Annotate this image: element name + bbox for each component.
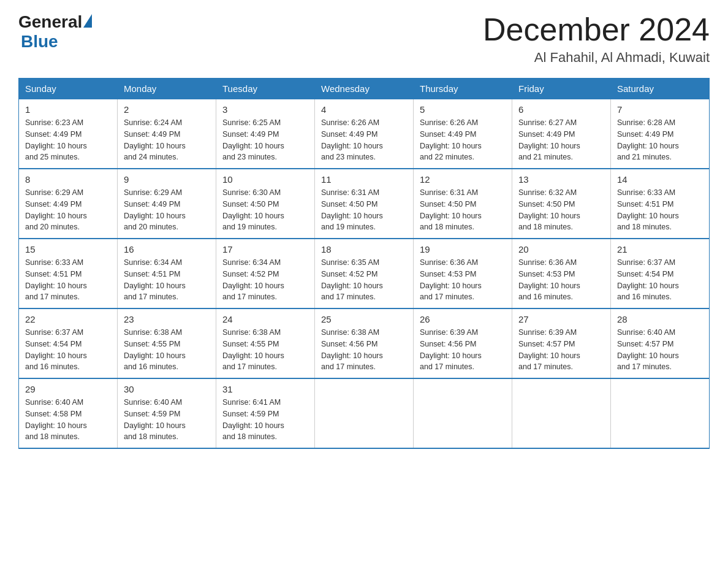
- col-thursday: Thursday: [414, 79, 512, 99]
- calendar-week-row: 22 Sunrise: 6:37 AMSunset: 4:54 PMDaylig…: [19, 308, 710, 378]
- day-number: 30: [124, 384, 210, 394]
- table-row: 28 Sunrise: 6:40 AMSunset: 4:57 PMDaylig…: [611, 308, 710, 378]
- calendar-week-row: 29 Sunrise: 6:40 AMSunset: 4:58 PMDaylig…: [19, 378, 710, 448]
- calendar-table: Sunday Monday Tuesday Wednesday Thursday…: [18, 78, 710, 449]
- logo-general-text: General: [18, 12, 82, 32]
- table-row: 2 Sunrise: 6:24 AMSunset: 4:49 PMDayligh…: [118, 99, 216, 169]
- day-info: Sunrise: 6:36 AMSunset: 4:53 PMDaylight:…: [420, 257, 506, 303]
- col-sunday: Sunday: [19, 79, 118, 99]
- day-info: Sunrise: 6:41 AMSunset: 4:59 PMDaylight:…: [222, 397, 308, 443]
- day-info: Sunrise: 6:33 AMSunset: 4:51 PMDaylight:…: [25, 257, 111, 303]
- day-number: 23: [124, 314, 210, 324]
- day-number: 22: [25, 314, 111, 324]
- table-row: 20 Sunrise: 6:36 AMSunset: 4:53 PMDaylig…: [512, 239, 611, 308]
- table-row: 15 Sunrise: 6:33 AMSunset: 4:51 PMDaylig…: [19, 239, 118, 308]
- logo-triangle-icon: [83, 14, 92, 28]
- day-number: 20: [518, 244, 604, 255]
- table-row: 27 Sunrise: 6:39 AMSunset: 4:57 PMDaylig…: [512, 308, 611, 378]
- table-row: 11 Sunrise: 6:31 AMSunset: 4:50 PMDaylig…: [315, 169, 414, 239]
- table-row: [414, 378, 512, 448]
- logo: General Blue: [18, 12, 92, 52]
- table-row: 22 Sunrise: 6:37 AMSunset: 4:54 PMDaylig…: [19, 308, 118, 378]
- col-tuesday: Tuesday: [216, 79, 315, 99]
- day-info: Sunrise: 6:40 AMSunset: 4:59 PMDaylight:…: [124, 397, 210, 443]
- table-row: 18 Sunrise: 6:35 AMSunset: 4:52 PMDaylig…: [315, 239, 414, 308]
- day-info: Sunrise: 6:32 AMSunset: 4:50 PMDaylight:…: [518, 187, 604, 233]
- day-info: Sunrise: 6:25 AMSunset: 4:49 PMDaylight:…: [222, 117, 308, 163]
- table-row: 13 Sunrise: 6:32 AMSunset: 4:50 PMDaylig…: [512, 169, 611, 239]
- day-info: Sunrise: 6:39 AMSunset: 4:56 PMDaylight:…: [420, 327, 506, 373]
- day-number: 8: [25, 174, 111, 185]
- day-info: Sunrise: 6:28 AMSunset: 4:49 PMDaylight:…: [617, 117, 703, 163]
- day-info: Sunrise: 6:37 AMSunset: 4:54 PMDaylight:…: [617, 257, 703, 303]
- table-row: [512, 378, 611, 448]
- table-row: 25 Sunrise: 6:38 AMSunset: 4:56 PMDaylig…: [315, 308, 414, 378]
- day-number: 26: [420, 314, 506, 324]
- title-block: December 2024 Al Fahahil, Al Ahmadi, Kuw…: [483, 12, 710, 66]
- day-number: 4: [321, 104, 407, 115]
- day-number: 11: [321, 174, 407, 185]
- table-row: 30 Sunrise: 6:40 AMSunset: 4:59 PMDaylig…: [118, 378, 216, 448]
- day-number: 24: [222, 314, 308, 324]
- day-info: Sunrise: 6:34 AMSunset: 4:51 PMDaylight:…: [124, 257, 210, 303]
- table-row: 5 Sunrise: 6:26 AMSunset: 4:49 PMDayligh…: [414, 99, 512, 169]
- day-number: 27: [518, 314, 604, 324]
- day-info: Sunrise: 6:36 AMSunset: 4:53 PMDaylight:…: [518, 257, 604, 303]
- day-number: 28: [617, 314, 703, 324]
- day-info: Sunrise: 6:38 AMSunset: 4:56 PMDaylight:…: [321, 327, 407, 373]
- table-row: 31 Sunrise: 6:41 AMSunset: 4:59 PMDaylig…: [216, 378, 315, 448]
- table-row: 29 Sunrise: 6:40 AMSunset: 4:58 PMDaylig…: [19, 378, 118, 448]
- day-info: Sunrise: 6:29 AMSunset: 4:49 PMDaylight:…: [124, 187, 210, 233]
- col-wednesday: Wednesday: [315, 79, 414, 99]
- calendar-header-row: Sunday Monday Tuesday Wednesday Thursday…: [19, 79, 710, 99]
- day-info: Sunrise: 6:23 AMSunset: 4:49 PMDaylight:…: [25, 117, 111, 163]
- day-number: 6: [518, 104, 604, 115]
- day-info: Sunrise: 6:40 AMSunset: 4:57 PMDaylight:…: [617, 327, 703, 373]
- day-number: 3: [222, 104, 308, 115]
- table-row: 21 Sunrise: 6:37 AMSunset: 4:54 PMDaylig…: [611, 239, 710, 308]
- day-info: Sunrise: 6:38 AMSunset: 4:55 PMDaylight:…: [222, 327, 308, 373]
- calendar-week-row: 15 Sunrise: 6:33 AMSunset: 4:51 PMDaylig…: [19, 239, 710, 308]
- calendar-week-row: 8 Sunrise: 6:29 AMSunset: 4:49 PMDayligh…: [19, 169, 710, 239]
- day-number: 18: [321, 244, 407, 255]
- location-subtitle: Al Fahahil, Al Ahmadi, Kuwait: [483, 50, 710, 66]
- table-row: 1 Sunrise: 6:23 AMSunset: 4:49 PMDayligh…: [19, 99, 118, 169]
- day-info: Sunrise: 6:37 AMSunset: 4:54 PMDaylight:…: [25, 327, 111, 373]
- day-number: 1: [25, 104, 111, 115]
- day-number: 9: [124, 174, 210, 185]
- table-row: 26 Sunrise: 6:39 AMSunset: 4:56 PMDaylig…: [414, 308, 512, 378]
- day-info: Sunrise: 6:30 AMSunset: 4:50 PMDaylight:…: [222, 187, 308, 233]
- col-monday: Monday: [118, 79, 216, 99]
- col-friday: Friday: [512, 79, 611, 99]
- day-number: 25: [321, 314, 407, 324]
- table-row: 10 Sunrise: 6:30 AMSunset: 4:50 PMDaylig…: [216, 169, 315, 239]
- day-info: Sunrise: 6:33 AMSunset: 4:51 PMDaylight:…: [617, 187, 703, 233]
- calendar-week-row: 1 Sunrise: 6:23 AMSunset: 4:49 PMDayligh…: [19, 99, 710, 169]
- day-info: Sunrise: 6:31 AMSunset: 4:50 PMDaylight:…: [420, 187, 506, 233]
- day-number: 14: [617, 174, 703, 185]
- day-number: 5: [420, 104, 506, 115]
- month-year-title: December 2024: [483, 12, 710, 47]
- day-info: Sunrise: 6:35 AMSunset: 4:52 PMDaylight:…: [321, 257, 407, 303]
- day-number: 12: [420, 174, 506, 185]
- table-row: 14 Sunrise: 6:33 AMSunset: 4:51 PMDaylig…: [611, 169, 710, 239]
- day-number: 7: [617, 104, 703, 115]
- day-number: 10: [222, 174, 308, 185]
- table-row: 4 Sunrise: 6:26 AMSunset: 4:49 PMDayligh…: [315, 99, 414, 169]
- day-info: Sunrise: 6:34 AMSunset: 4:52 PMDaylight:…: [222, 257, 308, 303]
- day-number: 31: [222, 384, 308, 394]
- col-saturday: Saturday: [611, 79, 710, 99]
- day-info: Sunrise: 6:31 AMSunset: 4:50 PMDaylight:…: [321, 187, 407, 233]
- day-number: 13: [518, 174, 604, 185]
- table-row: 9 Sunrise: 6:29 AMSunset: 4:49 PMDayligh…: [118, 169, 216, 239]
- table-row: 16 Sunrise: 6:34 AMSunset: 4:51 PMDaylig…: [118, 239, 216, 308]
- table-row: 17 Sunrise: 6:34 AMSunset: 4:52 PMDaylig…: [216, 239, 315, 308]
- day-number: 29: [25, 384, 111, 394]
- day-info: Sunrise: 6:26 AMSunset: 4:49 PMDaylight:…: [321, 117, 407, 163]
- table-row: 24 Sunrise: 6:38 AMSunset: 4:55 PMDaylig…: [216, 308, 315, 378]
- day-number: 19: [420, 244, 506, 255]
- day-number: 21: [617, 244, 703, 255]
- table-row: 6 Sunrise: 6:27 AMSunset: 4:49 PMDayligh…: [512, 99, 611, 169]
- day-info: Sunrise: 6:40 AMSunset: 4:58 PMDaylight:…: [25, 397, 111, 443]
- day-number: 15: [25, 244, 111, 255]
